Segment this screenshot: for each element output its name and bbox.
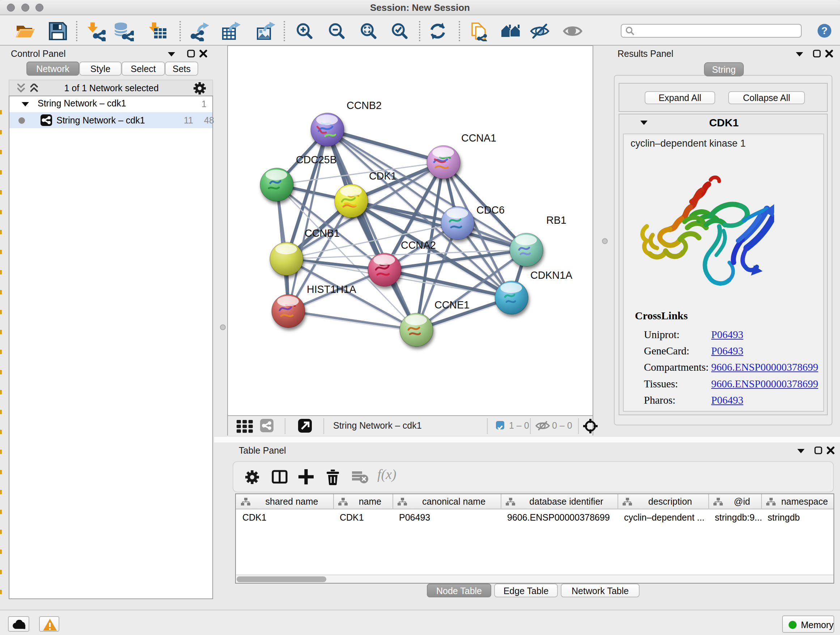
svg-text:CDC25B: CDC25B [296,154,337,165]
svg-text:CCNE1: CCNE1 [434,299,470,310]
svg-text:CDK1: CDK1 [369,170,396,182]
svg-text:CCNB2: CCNB2 [347,100,382,111]
svg-text:CDKN1A: CDKN1A [531,269,573,281]
svg-text:RB1: RB1 [546,214,567,226]
svg-text:HIST1H1A: HIST1H1A [307,283,357,295]
svg-text:CCNA2: CCNA2 [401,239,436,251]
svg-text:CCNB1: CCNB1 [305,227,340,239]
svg-text:CDC6: CDC6 [477,204,505,216]
svg-text:CCNA1: CCNA1 [461,132,496,144]
